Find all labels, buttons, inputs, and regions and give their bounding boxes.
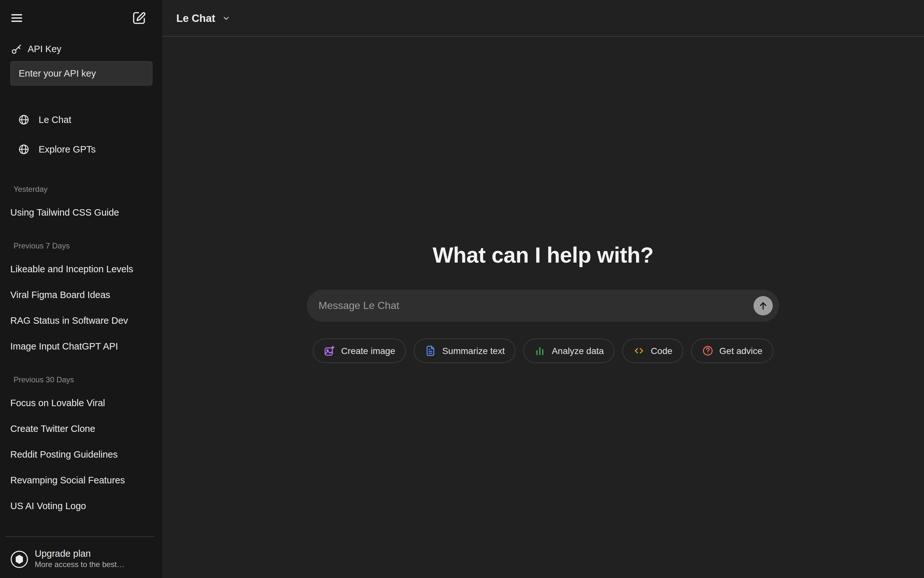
app-window: API Key Le Chat	[0, 0, 924, 578]
action-label: Code	[651, 346, 673, 356]
sidebar-item-label: Explore GPTs	[39, 144, 96, 154]
sidebar: API Key Le Chat	[0, 0, 162, 578]
action-label: Analyze data	[552, 346, 604, 356]
new-chat-compose-icon	[132, 11, 146, 25]
document-text-icon	[425, 345, 436, 357]
upgrade-plan-title: Upgrade plan	[35, 548, 125, 559]
code-brackets-icon	[634, 345, 645, 357]
model-switcher[interactable]: Le Chat	[172, 9, 234, 27]
sidebar-footer: Upgrade plan More access to the best…	[0, 536, 162, 578]
chat-history-item[interactable]: Viral Figma Board Ideas	[0, 282, 162, 308]
action-label: Create image	[341, 346, 395, 356]
chat-history-item[interactable]: US AI Voting Logo	[0, 493, 162, 519]
hero-section: What can I help with?	[162, 37, 924, 363]
upgrade-plan-button[interactable]: Upgrade plan More access to the best…	[10, 548, 156, 570]
action-label: Get advice	[720, 346, 762, 356]
globe-icon	[18, 114, 29, 125]
new-chat-button[interactable]	[132, 11, 146, 25]
chat-history-item[interactable]: Image Input ChatGPT API	[0, 333, 162, 359]
message-composer	[307, 290, 779, 322]
hexagon-badge-icon	[10, 550, 28, 568]
analyze-data-button[interactable]: Analyze data	[524, 339, 615, 363]
chat-history-item[interactable]: Likeable and Inception Levels	[0, 256, 162, 282]
sidebar-header	[0, 0, 162, 36]
message-input[interactable]	[307, 290, 754, 322]
top-bar: Le Chat	[162, 0, 924, 37]
key-icon	[11, 44, 22, 54]
send-button[interactable]	[754, 296, 773, 315]
section-header: Previous 30 Days	[0, 375, 162, 385]
page-title: Le Chat	[176, 12, 215, 24]
chat-history-item[interactable]: Using Tailwind CSS Guide	[0, 200, 162, 225]
sidebar-divider	[5, 536, 154, 537]
api-key-input[interactable]	[10, 61, 152, 86]
get-advice-button[interactable]: Get advice	[691, 339, 773, 363]
chevron-down-icon	[222, 14, 230, 22]
chat-history-item[interactable]: Focus on Lovable Viral	[0, 390, 162, 416]
question-circle-icon	[702, 345, 713, 357]
section-header: Previous 7 Days	[0, 241, 162, 251]
history-section-yesterday: Yesterday Using Tailwind CSS Guide	[0, 184, 162, 225]
arrow-up-icon	[757, 300, 769, 312]
sidebar-item-le-chat[interactable]: Le Chat	[0, 105, 162, 135]
api-key-row: API Key	[11, 42, 162, 55]
globe-icon	[18, 143, 29, 155]
sidebar-item-explore-gpts[interactable]: Explore GPTs	[0, 135, 162, 164]
api-key-label: API Key	[28, 44, 62, 54]
chat-history-item[interactable]: Create Twitter Clone	[0, 416, 162, 442]
suggested-actions: Create image Summarize text	[313, 339, 773, 363]
section-header: Yesterday	[0, 184, 162, 194]
chat-history: Yesterday Using Tailwind CSS Guide Previ…	[0, 164, 162, 519]
upgrade-plan-subtitle: More access to the best…	[35, 559, 125, 570]
bar-chart-icon	[534, 345, 546, 357]
hamburger-menu-icon	[10, 11, 23, 24]
chat-history-item[interactable]: RAG Status in Software Dev	[0, 308, 162, 333]
chat-history-item[interactable]: Revamping Social Features	[0, 467, 162, 493]
main-area: Le Chat What can I help with?	[162, 0, 924, 578]
create-image-button[interactable]: Create image	[313, 339, 406, 363]
action-label: Summarize text	[442, 346, 505, 356]
chat-history-item[interactable]: Reddit Posting Guidelines	[0, 442, 162, 467]
sidebar-item-label: Le Chat	[39, 115, 71, 125]
history-section-previous-7-days: Previous 7 Days Likeable and Inception L…	[0, 241, 162, 359]
history-section-previous-30-days: Previous 30 Days Focus on Lovable Viral …	[0, 375, 162, 519]
image-plus-icon	[324, 345, 335, 357]
summarize-text-button[interactable]: Summarize text	[414, 339, 516, 363]
code-button[interactable]: Code	[622, 339, 683, 363]
sidebar-nav: Le Chat Explore GPTs	[0, 105, 162, 164]
welcome-heading: What can I help with?	[433, 242, 654, 268]
sidebar-toggle-button[interactable]	[10, 11, 23, 24]
